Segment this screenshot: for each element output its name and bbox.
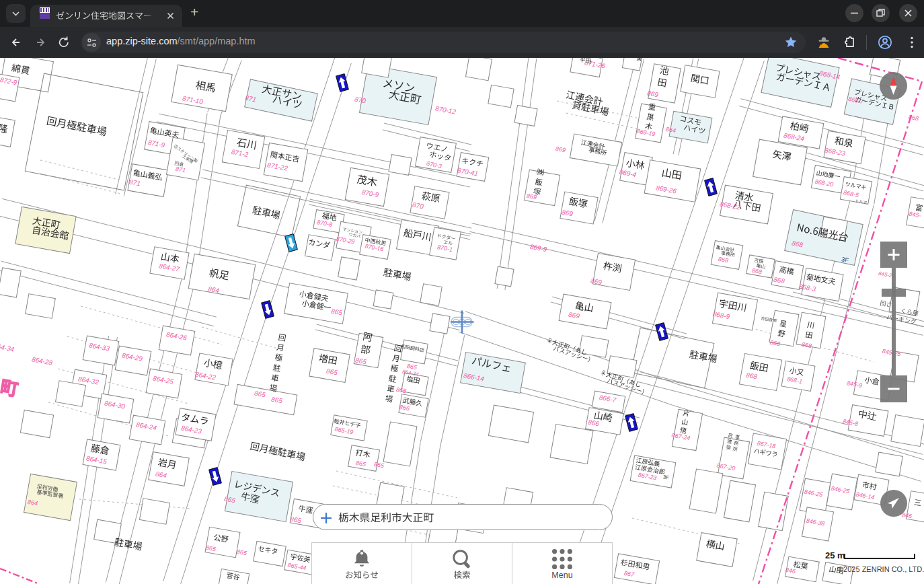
svg-text:3F: 3F xyxy=(662,474,670,481)
